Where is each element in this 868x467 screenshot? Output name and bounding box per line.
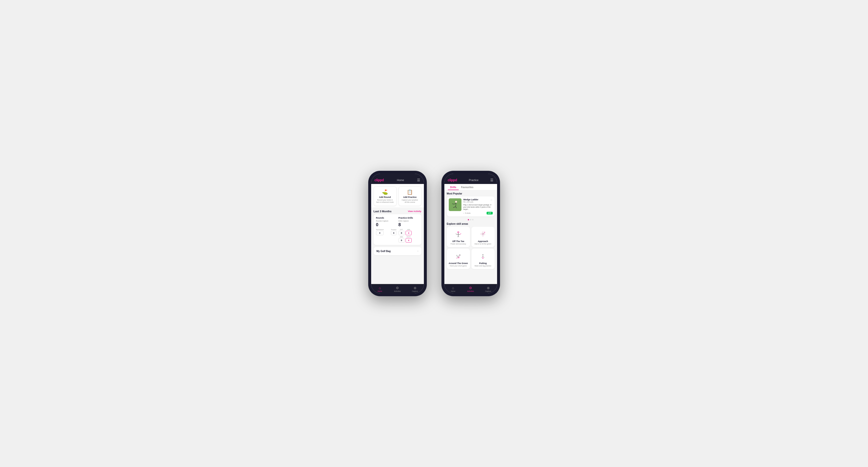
nav-home-label-2: Home: [451, 290, 455, 292]
nav-home[interactable]: ⌂ Home: [371, 284, 389, 293]
dot-1: [468, 219, 469, 220]
tournament-label: Tournament: [376, 229, 384, 230]
dot-2: [470, 219, 471, 220]
svg-point-28: [457, 258, 457, 259]
putting-icon: [478, 251, 488, 261]
view-activity-link[interactable]: View Activity: [408, 210, 421, 213]
add-practice-card[interactable]: 📋 Add Practice Capture your practice off…: [399, 186, 422, 206]
last3months-label: Last 3 Months: [374, 210, 392, 213]
add-round-icon: ⛳: [376, 189, 394, 195]
drill-footer: ○ 9 shots APP: [463, 212, 493, 215]
ott-label: OTT: [399, 229, 405, 230]
rounds-col: Rounds Rounds Capture 0 Tournament 0 Pra…: [376, 217, 397, 243]
svg-line-12: [460, 234, 461, 235]
drills-col: Practice Drills Drills Capture 8 OTT 0 A…: [399, 217, 419, 243]
activity-section-header: Last 3 Months View Activity: [371, 208, 424, 214]
action-cards-row: ⛳ Add Round Record your shots in fast or…: [371, 184, 424, 208]
drill-thumbnail: [449, 198, 461, 211]
nav-capture-2[interactable]: ⊕ Capture: [479, 284, 497, 293]
skill-section: Explore skill areas: [444, 222, 497, 271]
golf-bag-label: My Golf Bag: [376, 250, 391, 252]
main-content: ⛳ Add Round Record your shots in fast or…: [371, 184, 424, 284]
app-label: APP: [406, 229, 412, 230]
star-icon[interactable]: ☆: [490, 198, 493, 201]
tab-favourites[interactable]: Favourites: [459, 184, 476, 190]
header-title: Home: [397, 179, 404, 182]
putting-name: Putting: [473, 262, 493, 264]
app-logo-2: clippd: [448, 178, 457, 182]
skill-around-green[interactable]: Around The Green Hone your short game: [447, 249, 470, 269]
svg-point-1: [455, 201, 457, 203]
status-bar-2: [444, 174, 497, 176]
capture-icon: ⊕: [414, 286, 416, 290]
add-round-title: Add Round: [376, 196, 394, 198]
app-logo: clippd: [375, 178, 384, 182]
nav-capture-label: Capture: [412, 290, 418, 292]
nav-capture-label-2: Capture: [485, 290, 491, 292]
status-bar: [371, 174, 424, 176]
shots-icon: ○: [463, 212, 464, 214]
chevron-right-icon: ›: [417, 249, 418, 253]
skill-grid: Off The Tee Power and accuracy: [447, 227, 495, 269]
svg-point-32: [481, 257, 482, 258]
putt-stat: PUTT 4: [406, 236, 412, 243]
rounds-col-title: Rounds: [376, 217, 397, 219]
off-tee-desc: Power and accuracy: [449, 243, 468, 245]
add-round-card[interactable]: ⛳ Add Round Record your shots in fast or…: [374, 186, 397, 206]
rounds-capture-label: Rounds Capture: [376, 220, 397, 222]
nav-activities-label: Activities: [394, 290, 401, 292]
nav-home-label: Home: [377, 290, 382, 292]
tab-drills[interactable]: Drills: [448, 184, 459, 190]
rounds-capture-value: 0: [376, 222, 397, 227]
svg-point-23: [459, 254, 461, 256]
svg-line-26: [458, 255, 459, 256]
capture-icon-2: ⊕: [487, 286, 490, 290]
bottom-nav-2: ⌂ Home ⚙ Activities ⊕ Capture: [444, 284, 497, 293]
approach-desc: Dial-in to hit the green: [473, 243, 493, 245]
app-header: clippd Home ☰: [371, 176, 424, 184]
popular-card[interactable]: Wedge Ladder 50–100 yds Play 1 shot at e…: [447, 196, 495, 216]
off-tee-icon: [454, 229, 463, 239]
svg-point-31: [483, 254, 484, 255]
skill-off-the-tee[interactable]: Off The Tee Power and accuracy: [447, 227, 470, 247]
popular-title: Most Popular: [447, 192, 495, 195]
app-header-2: clippd Practice ☰: [444, 176, 497, 184]
skill-putting[interactable]: Putting Make and lag practice: [471, 249, 495, 269]
svg-point-20: [484, 232, 485, 233]
nav-capture[interactable]: ⊕ Capture: [406, 284, 424, 293]
add-round-desc: Record your shots in fast or enhanced mo…: [376, 199, 394, 203]
arg-value: 0: [399, 238, 405, 243]
app-value: 4: [406, 231, 412, 235]
practice-label: Practice: [391, 229, 396, 230]
golf-bag-row[interactable]: My Golf Bag ›: [374, 247, 422, 255]
svg-line-27: [459, 255, 460, 257]
drill-title: Wedge Ladder: [463, 198, 493, 201]
add-practice-icon: 📋: [401, 189, 419, 195]
svg-line-14: [458, 236, 459, 237]
drill-info: Wedge Ladder 50–100 yds Play 1 shot at e…: [463, 198, 493, 215]
nav-activities-2[interactable]: ⚙ Activities: [462, 284, 479, 293]
nav-activities-label-2: Activities: [467, 290, 474, 292]
off-tee-name: Off The Tee: [449, 240, 468, 243]
tournament-value: 0: [376, 231, 384, 235]
putt-label: PUTT: [406, 236, 412, 238]
nav-home-2[interactable]: ⌂ Home: [444, 284, 462, 293]
svg-rect-0: [449, 198, 461, 211]
svg-point-30: [483, 256, 484, 257]
approach-icon: [478, 229, 488, 239]
skill-approach[interactable]: Approach Dial-in to hit the green: [471, 227, 495, 247]
shots-label: ○ 9 shots: [463, 212, 471, 214]
add-practice-title: Add Practice: [401, 196, 419, 198]
svg-point-25: [458, 257, 459, 258]
menu-icon-2[interactable]: ☰: [490, 178, 493, 182]
ott-value: 0: [399, 231, 405, 235]
arg-label: ARG: [399, 236, 405, 238]
around-green-name: Around The Green: [449, 262, 468, 264]
drill-desc: Play 1 shot at each target yardage. If y…: [463, 204, 493, 210]
phone-practice: clippd Practice ☰ Drills Favourites Most…: [441, 171, 500, 296]
putting-desc: Make and lag practice: [473, 265, 493, 267]
drills-capture-value: 8: [399, 222, 419, 227]
nav-activities[interactable]: ⚙ Activities: [389, 284, 406, 293]
activities-icon: ⚙: [396, 286, 399, 290]
menu-icon[interactable]: ☰: [417, 178, 420, 182]
